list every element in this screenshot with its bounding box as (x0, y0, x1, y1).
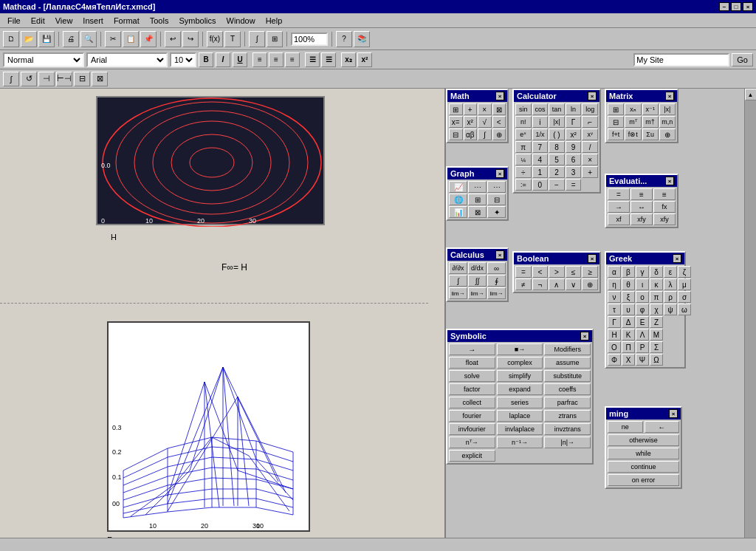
calc-deriv[interactable]: d/dx (468, 262, 487, 274)
greek-eta[interactable]: η (608, 278, 621, 290)
graph-btn-3[interactable]: ⋯ (487, 181, 506, 193)
calc-int1[interactable]: ∫ (449, 275, 467, 287)
greek-zeta[interactable]: ζ (678, 266, 691, 278)
symbolic-panel-close[interactable]: × (580, 332, 589, 340)
num8-btn[interactable]: 8 (549, 141, 565, 153)
evaluation-panel-header[interactable]: Evaluati... × (606, 175, 677, 187)
greek-beta[interactable]: β (622, 266, 635, 278)
menu-tools[interactable]: Tools (145, 15, 173, 27)
bool-lt[interactable]: < (532, 266, 549, 278)
open-btn[interactable]: 📂 (21, 31, 37, 47)
bool-and[interactable]: ∧ (549, 278, 565, 290)
pi-btn[interactable]: π (515, 141, 532, 153)
bool-xor[interactable]: ⊕ (582, 278, 598, 290)
calc-btn-9[interactable]: ⊟ (449, 129, 463, 140)
gamma2-btn[interactable]: ⌐ (582, 116, 598, 128)
math-tb-1[interactable]: ∫ (3, 72, 19, 86)
quarter-btn[interactable]: ¼ (515, 154, 532, 165)
greek-Zeta[interactable]: Ζ (650, 316, 663, 328)
sym-invztrans[interactable]: invztrans (544, 423, 591, 435)
mat-grid[interactable]: ⊞ (608, 103, 624, 115)
right-scrollbar[interactable]: ▲ ▼ (744, 89, 756, 551)
prog-onerror[interactable]: on error (608, 474, 679, 486)
greek-mu[interactable]: μ (678, 278, 691, 290)
mat-kron[interactable]: f⊗t (625, 129, 641, 140)
sym-coeffs[interactable]: coeffs (544, 383, 591, 395)
mul-btn[interactable]: × (582, 154, 598, 165)
sym-collect[interactable]: collect (449, 397, 495, 408)
sym-complex[interactable]: complex (497, 357, 543, 369)
mat-grid2[interactable]: ⊟ (608, 116, 624, 128)
mat-sub[interactable]: xₙ (625, 103, 641, 115)
calculator-panel-header[interactable]: Calculator × (514, 90, 599, 102)
calc-lim1[interactable]: lim→ (449, 287, 467, 299)
menu-window[interactable]: Window (222, 15, 260, 27)
size-select[interactable]: 10 (170, 52, 196, 67)
prog-while[interactable]: while (608, 448, 679, 459)
greek-Omega[interactable]: Ω (650, 354, 663, 366)
sym-laplace[interactable]: laplace (497, 410, 543, 422)
sym-parfrac[interactable]: parfrac (544, 397, 591, 408)
num9-btn[interactable]: 9 (566, 141, 582, 153)
log-btn[interactable]: log (582, 103, 598, 115)
menu-format[interactable]: Format (109, 15, 144, 27)
menu-view[interactable]: View (51, 15, 78, 27)
prog-addline[interactable]: ne (608, 421, 643, 433)
num7-btn[interactable]: 7 (532, 141, 549, 153)
prog-otherwise[interactable]: otherwise (608, 434, 679, 446)
math-tb-6[interactable]: ⊠ (92, 72, 108, 86)
graph-btn-4[interactable]: 🌐 (449, 194, 467, 205)
greek-Kappa[interactable]: Κ (622, 329, 635, 340)
greek-pi[interactable]: π (650, 291, 663, 303)
align-center[interactable]: ≡ (269, 52, 284, 67)
greek-Delta[interactable]: Δ (622, 316, 635, 328)
greek-panel-close[interactable]: × (673, 254, 681, 263)
eval-xfy2[interactable]: xfy (653, 213, 676, 225)
scroll-up-btn[interactable]: ▲ (745, 89, 757, 100)
calc-lim3[interactable]: lim→ (487, 287, 506, 299)
sym-substitute[interactable]: substitute (544, 370, 591, 382)
sym-nt[interactable]: nᵀ→ (449, 437, 495, 448)
site-input[interactable] (633, 53, 729, 66)
graph-panel-close[interactable]: × (495, 169, 504, 178)
help-btn[interactable]: ? (336, 31, 352, 47)
greek-Eta[interactable]: Η (608, 329, 621, 340)
mat-ft[interactable]: f+t (608, 129, 624, 140)
calc-btn-12[interactable]: ⊕ (492, 129, 506, 140)
sq-btn[interactable]: x² (566, 129, 582, 140)
graph-btn-2[interactable]: ⋯ (468, 181, 487, 193)
sym-explicit[interactable]: explicit (449, 450, 495, 462)
eval-arrow[interactable]: → (608, 201, 630, 213)
greek-Pi[interactable]: Π (622, 341, 635, 353)
undo-btn[interactable]: ↩ (165, 31, 181, 47)
mat-sum[interactable]: Σu (642, 129, 659, 140)
sym-simplify[interactable]: simplify (497, 370, 543, 382)
greek-xi[interactable]: ξ (622, 291, 635, 303)
sym-expand[interactable]: expand (497, 383, 543, 395)
num-list-btn[interactable]: ☰ (321, 52, 336, 67)
eq-btn[interactable]: = (566, 179, 582, 191)
mat-mn[interactable]: m,n (659, 116, 676, 128)
sup-btn[interactable]: x² (357, 52, 372, 67)
sub-btn[interactable]: x₂ (341, 52, 356, 67)
save-btn[interactable]: 💾 (38, 31, 55, 47)
zoom-input[interactable] (291, 32, 328, 46)
matrix-panel-header[interactable]: Matrix × (606, 90, 677, 102)
programming-panel-close[interactable]: × (669, 409, 678, 418)
menu-help[interactable]: Help (261, 15, 287, 27)
insert-matrix[interactable]: ⊞ (267, 31, 283, 47)
align-right[interactable]: ≡ (285, 52, 300, 67)
menu-symbolics[interactable]: Symbolics (174, 15, 220, 27)
div-btn[interactable]: / (582, 141, 598, 153)
greek-omega[interactable]: ω (678, 304, 691, 315)
eval-darrow[interactable]: ↔ (630, 201, 653, 213)
calc-lim2[interactable]: lim→ (468, 287, 487, 299)
boolean-panel-header[interactable]: Boolean × (514, 253, 599, 264)
greek-kappa[interactable]: κ (650, 278, 663, 290)
greek-phi[interactable]: φ (636, 304, 649, 315)
sym-float[interactable]: float (449, 357, 495, 369)
calc-btn-2[interactable]: + (464, 103, 478, 115)
scroll-track[interactable] (745, 100, 756, 539)
greek-tau[interactable]: τ (608, 304, 621, 315)
insert-math[interactable]: ∫ (249, 31, 265, 47)
